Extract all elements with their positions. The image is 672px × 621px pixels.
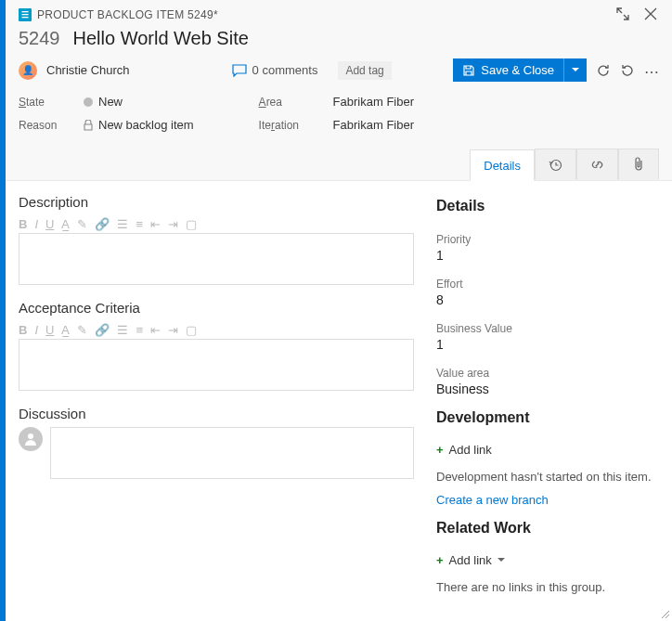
discussion-input[interactable] — [50, 427, 414, 479]
iteration-label: Iteration — [259, 119, 315, 132]
chevron-down-icon — [498, 558, 505, 563]
history-icon — [549, 158, 562, 172]
add-tag-button[interactable]: Add tag — [338, 61, 391, 80]
pbi-type-icon: ☰ — [19, 8, 32, 21]
state-dot-icon — [84, 97, 93, 107]
description-header: Description — [19, 194, 414, 210]
tab-history[interactable] — [535, 149, 576, 180]
development-header: Development — [436, 409, 659, 426]
related-work-header: Related Work — [436, 520, 659, 537]
link-icon — [590, 158, 604, 172]
insert-link-icon[interactable]: 🔗 — [95, 323, 110, 337]
maximize-icon[interactable] — [616, 7, 631, 22]
reason-field[interactable]: New backlog item — [84, 118, 194, 132]
priority-field[interactable]: 1 — [436, 248, 659, 263]
description-toolbar: B I U A̲ ✎ 🔗 ☰ ≡ ⇤ ⇥ ▢ — [19, 215, 414, 233]
bullet-list-icon[interactable]: ☰ — [117, 323, 128, 337]
assigned-to[interactable]: Christie Church — [46, 63, 130, 77]
underline-icon[interactable]: U — [45, 217, 54, 231]
lock-icon — [84, 120, 93, 131]
svg-point-1 — [28, 433, 33, 439]
comment-icon — [232, 64, 247, 77]
clear-format-icon[interactable]: ✎ — [77, 217, 87, 231]
discussion-avatar — [19, 427, 43, 451]
description-editor[interactable] — [19, 233, 414, 285]
clear-format-icon[interactable]: ✎ — [77, 323, 87, 337]
state-label: State — [19, 96, 65, 109]
save-icon — [462, 64, 475, 77]
effort-field[interactable]: 8 — [436, 292, 659, 307]
tab-attachments[interactable] — [618, 149, 659, 180]
save-close-button[interactable]: Save & Close — [453, 58, 587, 82]
refresh-icon[interactable] — [596, 63, 611, 78]
breadcrumb: PRODUCT BACKLOG ITEM 5249* — [37, 8, 218, 21]
italic-icon[interactable]: I — [34, 217, 38, 231]
priority-label: Priority — [436, 233, 659, 246]
bold-icon[interactable]: B — [19, 323, 27, 337]
more-actions-icon[interactable]: ⋯ — [644, 63, 659, 78]
indent-icon[interactable]: ⇥ — [168, 323, 178, 337]
tab-details[interactable]: Details — [470, 149, 535, 181]
plus-icon: + — [436, 443, 444, 457]
insert-link-icon[interactable]: 🔗 — [95, 217, 110, 231]
reason-label: Reason — [19, 119, 65, 132]
related-add-link-button[interactable]: + Add link — [436, 553, 659, 567]
value-area-label: Value area — [436, 367, 659, 380]
page-title[interactable]: Hello World Web Site — [73, 28, 249, 49]
italic-icon[interactable]: I — [34, 323, 38, 337]
dev-add-link-button[interactable]: + Add link — [436, 443, 659, 457]
acceptance-editor[interactable] — [19, 339, 414, 391]
acceptance-header: Acceptance Criteria — [19, 300, 414, 316]
comments-count[interactable]: 0 comments — [232, 63, 318, 77]
font-icon[interactable]: A̲ — [61, 323, 70, 337]
business-value-field[interactable]: 1 — [436, 337, 659, 352]
area-label: Area — [259, 96, 315, 109]
bold-icon[interactable]: B — [19, 217, 27, 231]
area-field[interactable]: Fabrikam Fiber — [333, 95, 463, 109]
discussion-header: Discussion — [19, 406, 414, 421]
details-panel-header: Details — [436, 198, 659, 214]
bullet-list-icon[interactable]: ☰ — [117, 217, 128, 231]
person-icon — [23, 432, 38, 446]
image-icon[interactable]: ▢ — [186, 217, 197, 231]
related-empty-text: There are no links in this group. — [436, 580, 659, 594]
undo-icon[interactable] — [620, 63, 635, 78]
create-branch-link[interactable]: Create a new branch — [436, 493, 659, 507]
outdent-icon[interactable]: ⇤ — [150, 323, 161, 337]
state-field[interactable]: New — [84, 95, 123, 109]
underline-icon[interactable]: U — [45, 323, 54, 337]
effort-label: Effort — [436, 278, 659, 291]
acceptance-toolbar: B I U A̲ ✎ 🔗 ☰ ≡ ⇤ ⇥ ▢ — [19, 321, 414, 339]
close-icon[interactable] — [644, 7, 659, 22]
dev-empty-text: Development hasn't started on this item. — [436, 470, 659, 484]
number-list-icon[interactable]: ≡ — [136, 217, 143, 231]
outdent-icon[interactable]: ⇤ — [150, 217, 161, 231]
iteration-field[interactable]: Fabrikam Fiber — [333, 118, 463, 132]
work-item-id: 5249 — [19, 28, 60, 49]
font-icon[interactable]: A̲ — [61, 217, 70, 231]
attachment-icon — [632, 157, 645, 172]
plus-icon: + — [436, 553, 444, 567]
number-list-icon[interactable]: ≡ — [136, 323, 143, 337]
image-icon[interactable]: ▢ — [186, 323, 197, 337]
tab-links[interactable] — [576, 149, 618, 180]
avatar[interactable]: 👤 — [19, 61, 37, 80]
indent-icon[interactable]: ⇥ — [168, 217, 178, 231]
value-area-field[interactable]: Business — [436, 382, 659, 396]
resize-grip-icon[interactable] — [659, 608, 670, 619]
business-value-label: Business Value — [436, 322, 659, 335]
chevron-down-icon — [572, 68, 579, 72]
save-dropdown-caret[interactable] — [563, 58, 587, 82]
